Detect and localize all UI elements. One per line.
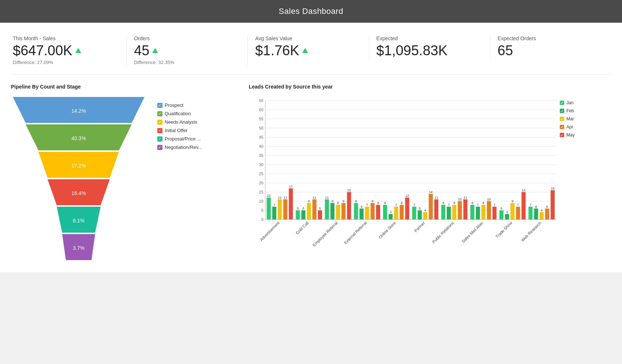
up-arrow-icon (302, 48, 308, 53)
bar-value: 7 (494, 203, 495, 207)
legend-label-May: May (566, 132, 575, 138)
y-label: 40 (259, 144, 263, 149)
kpi-label: Avg Sales Value (255, 35, 361, 41)
bar-chart-title: Leads Created by Source this year (249, 84, 611, 90)
bar-0-2 (278, 199, 282, 219)
bar-value: 6 (546, 205, 548, 209)
page-title: Sales Dashboard (279, 7, 343, 16)
bar-6-3 (458, 201, 462, 219)
bar-value: 16 (551, 187, 554, 190)
bar-1-3 (312, 199, 316, 219)
legend-check-Jan: ✓ (561, 101, 563, 105)
bar-value: 11 (464, 196, 467, 199)
funnel-legend-item-0: ✓Prospect (157, 102, 202, 108)
x-label: Trade Show (495, 221, 513, 239)
legend-color-box: ✓ (157, 120, 162, 125)
funnel-label-1: 40.3% (71, 135, 86, 141)
bar-7-4 (492, 207, 497, 219)
legend-label: Qualification (165, 111, 191, 116)
bar-value: 10 (458, 198, 462, 201)
bar-9-3 (545, 209, 549, 219)
bar-0-1 (272, 207, 276, 219)
x-label: Public Relations (431, 221, 455, 244)
bar-1-1 (301, 210, 306, 219)
bar-value: 9 (308, 199, 310, 203)
legend-color-box: ✓ (157, 136, 162, 142)
kpi-value: $1,095.83K (376, 43, 483, 59)
check-icon: ✓ (158, 104, 161, 107)
bar-value: 5 (501, 207, 502, 210)
bar-value: 5 (319, 207, 321, 210)
check-icon: ✓ (158, 129, 161, 132)
legend-label-Feb: Feb (566, 108, 574, 113)
bar-value: 11 (434, 196, 438, 199)
bar-6-4 (463, 199, 467, 219)
kpi-diff: Difference: 27.09% (13, 60, 119, 65)
bar-chart-container: 65605550454035302520151050127111117Adver… (249, 95, 611, 258)
bar-value: 8 (453, 201, 455, 205)
bar-0-3 (283, 199, 287, 219)
bar-7-3 (487, 201, 491, 219)
bar-2-2 (336, 205, 340, 219)
legend-label: Prospect (165, 102, 183, 108)
y-label: 30 (259, 162, 263, 167)
legend-color-box: ✓ (157, 111, 162, 116)
y-label: 55 (259, 117, 263, 121)
charts-row: Pipeline By Count and Stage 14.2%40.3%17… (11, 84, 611, 265)
x-label: Partner (413, 221, 426, 233)
kpi-label: Expected Orders (498, 35, 604, 41)
legend-check-Feb: ✓ (561, 109, 563, 113)
x-label: External Referral (343, 221, 368, 245)
x-label: Online Store (378, 221, 397, 240)
funnel-label-4: 8.1% (73, 218, 85, 224)
bar-value: 3 (506, 210, 508, 214)
bar-value: 15 (347, 188, 351, 192)
bar-value: 5 (297, 207, 299, 210)
kpi-value: $1.76K (255, 43, 361, 59)
bar-value: 9 (342, 199, 344, 203)
bar-value: 7 (477, 203, 479, 207)
bar-3-4 (376, 205, 380, 219)
funnel-legend-item-4: ✓Proposal/Price ... (157, 136, 202, 142)
bar-1-4 (318, 210, 322, 219)
up-arrow-icon (75, 48, 81, 53)
check-icon: ✓ (158, 120, 161, 124)
y-label: 15 (259, 190, 263, 194)
kpi-item-3: Expected$1,095.83K (369, 35, 490, 59)
bar-value: 17 (289, 185, 293, 188)
legend-label: Negotiation/Rev... (165, 145, 202, 150)
funnel-legend: ✓Prospect✓Qualification✓Needs Analysis✓I… (157, 102, 202, 150)
bar-value: 11 (312, 196, 316, 199)
funnel-label-3: 16.4% (71, 190, 86, 196)
bar-value: 10 (487, 198, 491, 201)
bar-value: 12 (405, 194, 409, 198)
funnel-panel: Pipeline By Count and Stage 14.2%40.3%17… (11, 84, 238, 265)
check-icon: ✓ (158, 146, 161, 149)
bar-value: 5 (419, 207, 421, 210)
kpi-item-2: Avg Sales Value$1.76K (248, 35, 369, 59)
bar-2-4 (347, 192, 351, 219)
bar-8-3 (516, 207, 520, 219)
bar-chart-panel: Leads Created by Source this year 656055… (249, 84, 611, 265)
bar-value: 8 (401, 201, 402, 205)
bar-value: 3 (390, 210, 391, 214)
bar-value: 9 (372, 199, 374, 203)
legend-label: Proposal/Price ... (165, 136, 201, 142)
bar-4-3 (400, 205, 404, 219)
kpi-value: 45 (134, 43, 240, 59)
bar-5-4 (434, 199, 438, 219)
check-icon: ✓ (158, 137, 161, 141)
legend-label: Needs Analysis (165, 119, 197, 125)
bar-6-2 (452, 205, 456, 219)
funnel-legend-item-2: ✓Needs Analysis (157, 119, 202, 125)
bar-1-0 (296, 210, 300, 219)
bar-9-1 (534, 209, 538, 219)
funnel-label-0: 14.2% (71, 108, 86, 114)
funnel-legend-item-5: ✓Negotiation/Rev... (157, 145, 202, 150)
bar-7-0 (470, 205, 474, 219)
bar-value: 8 (442, 201, 444, 205)
funnel-container: 14.2%40.3%17.2%16.4%8.1%3.7% ✓Prospect✓Q… (11, 95, 238, 265)
bar-value: 14 (429, 190, 432, 194)
legend-label-Apr: Apr (566, 124, 573, 130)
legend-check-May: ✓ (561, 134, 563, 137)
